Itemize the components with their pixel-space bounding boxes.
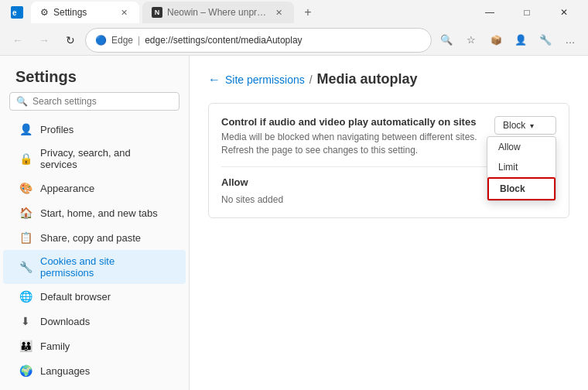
downloads-icon: ⬇: [19, 314, 32, 328]
dropdown-current-value: Block: [503, 120, 525, 131]
section-title: Control if audio and video play automati…: [221, 116, 494, 128]
family-icon: 👪: [19, 339, 32, 353]
sidebar-item-start-home[interactable]: 🏠 Start, home, and new tabs: [3, 200, 186, 225]
nav-bar: ← → ↻ 🔵 Edge | edge://settings/content/m…: [0, 25, 588, 56]
breadcrumb-link[interactable]: Site permissions: [225, 74, 305, 86]
search-input[interactable]: [32, 96, 173, 107]
sidebar-item-default-browser[interactable]: 🌐 Default browser: [3, 284, 186, 309]
sidebar-item-family[interactable]: 👪 Family: [3, 334, 186, 358]
breadcrumb-back-button[interactable]: ←: [208, 73, 220, 87]
sidebar-item-cookies[interactable]: 🔧 Cookies and site permissions: [3, 250, 186, 284]
breadcrumb-separator: /: [309, 74, 313, 86]
dropdown-arrow-icon: ▾: [530, 121, 534, 130]
collections-button[interactable]: 📦: [484, 29, 508, 52]
more-button[interactable]: …: [559, 29, 582, 52]
tab-settings-label: Settings: [53, 7, 87, 18]
sidebar-item-profiles-label: Profiles: [40, 124, 74, 135]
breadcrumb: ← Site permissions / Media autoplay: [208, 71, 569, 87]
sidebar-item-profiles[interactable]: 👤 Profiles: [3, 117, 186, 142]
forward-button[interactable]: →: [32, 29, 56, 52]
languages-icon: 🌍: [19, 364, 32, 378]
address-bar[interactable]: 🔵 Edge | edge://settings/content/mediaAu…: [85, 28, 432, 53]
tab-settings[interactable]: ⚙ Settings ✕: [31, 2, 139, 23]
tab-neowin[interactable]: N Neowin – Where unprofessio… ✕: [142, 2, 294, 23]
sidebar-item-languages[interactable]: 🌍 Languages: [3, 358, 186, 383]
sidebar-item-family-label: Family: [40, 340, 70, 352]
search-icon: 🔍: [16, 96, 28, 107]
page-title: Media autoplay: [317, 71, 418, 87]
content-area: ← Site permissions / Media autoplay Cont…: [190, 56, 588, 390]
sidebar-title: Settings: [0, 56, 189, 92]
tab-settings-close[interactable]: ✕: [118, 6, 130, 19]
tab-neowin-close[interactable]: ✕: [272, 6, 285, 19]
sidebar-item-downloads-label: Downloads: [40, 316, 90, 327]
extensions-button[interactable]: 🔧: [534, 29, 557, 52]
search-box[interactable]: 🔍: [9, 92, 179, 111]
address-lock-icon: 🔵: [95, 35, 107, 46]
search-action-button[interactable]: 🔍: [435, 29, 458, 52]
sidebar-item-appearance[interactable]: 🎨 Appearance: [3, 176, 186, 200]
tab-settings-icon: ⚙: [40, 7, 49, 18]
sidebar-item-privacy[interactable]: 🔒 Privacy, search, and services: [3, 142, 186, 176]
tab-neowin-icon: N: [152, 7, 162, 18]
profiles-icon: 👤: [19, 122, 32, 136]
sidebar-item-privacy-label: Privacy, search, and services: [40, 147, 170, 170]
back-button[interactable]: ←: [6, 29, 29, 52]
share-copy-icon: 📋: [19, 231, 32, 245]
section-header: Control if audio and video play automati…: [221, 116, 556, 157]
main-layout: Settings 🔍 👤 Profiles 🔒 Privacy, search,…: [0, 56, 588, 390]
sidebar-item-cookies-label: Cookies and site permissions: [40, 255, 170, 279]
sidebar: Settings 🔍 👤 Profiles 🔒 Privacy, search,…: [0, 56, 190, 390]
sidebar-item-share-copy[interactable]: 📋 Share, copy and paste: [3, 225, 186, 250]
section-text: Control if audio and video play automati…: [221, 116, 494, 157]
title-bar: e ⚙ Settings ✕ N Neowin – Where unprofes…: [0, 0, 588, 25]
address-text: edge://settings/content/mediaAutoplay: [145, 35, 302, 46]
sidebar-item-printers[interactable]: 🖨 Printers: [3, 383, 186, 390]
maximize-button[interactable]: □: [509, 2, 545, 23]
minimize-button[interactable]: —: [472, 2, 508, 23]
default-browser-icon: 🌐: [19, 289, 32, 303]
dropdown-option-block[interactable]: Block: [487, 177, 556, 200]
sidebar-item-share-copy-label: Share, copy and paste: [40, 232, 141, 244]
appearance-icon: 🎨: [19, 181, 32, 195]
tab-neowin-label: Neowin – Where unprofessio…: [167, 7, 268, 18]
address-edge-label: Edge: [111, 35, 133, 46]
section-desc: Media will be blocked when navigating be…: [221, 131, 494, 157]
start-home-icon: 🏠: [19, 206, 32, 220]
sidebar-item-start-home-label: Start, home, and new tabs: [40, 207, 158, 219]
address-sep: |: [138, 35, 140, 46]
sidebar-item-downloads[interactable]: ⬇ Downloads: [3, 309, 186, 334]
cookies-icon: 🔧: [19, 260, 32, 274]
close-button[interactable]: ✕: [546, 2, 582, 23]
media-autoplay-card: Control if audio and video play automati…: [208, 103, 569, 218]
favorites-button[interactable]: ☆: [460, 29, 483, 52]
autoplay-dropdown-container: Block ▾ Allow Limit Block: [494, 116, 556, 135]
window-controls: — □ ✕: [472, 2, 582, 23]
nav-actions: 🔍 ☆ 📦 👤 🔧 …: [435, 29, 582, 52]
autoplay-dropdown-menu: Allow Limit Block: [487, 136, 556, 201]
svg-text:e: e: [12, 9, 17, 17]
privacy-icon: 🔒: [19, 152, 32, 166]
sidebar-item-appearance-label: Appearance: [40, 183, 94, 194]
dropdown-option-allow[interactable]: Allow: [487, 137, 556, 157]
profile-button[interactable]: 👤: [509, 29, 532, 52]
browser-chrome: e ⚙ Settings ✕ N Neowin – Where unprofes…: [0, 0, 588, 56]
dropdown-option-limit[interactable]: Limit: [487, 157, 556, 177]
edge-icon: e: [6, 2, 28, 23]
refresh-button[interactable]: ↻: [59, 29, 82, 52]
autoplay-dropdown-button[interactable]: Block ▾: [494, 116, 556, 135]
sidebar-item-default-browser-label: Default browser: [40, 291, 111, 303]
sidebar-item-languages-label: Languages: [40, 365, 90, 377]
new-tab-button[interactable]: +: [297, 2, 319, 23]
